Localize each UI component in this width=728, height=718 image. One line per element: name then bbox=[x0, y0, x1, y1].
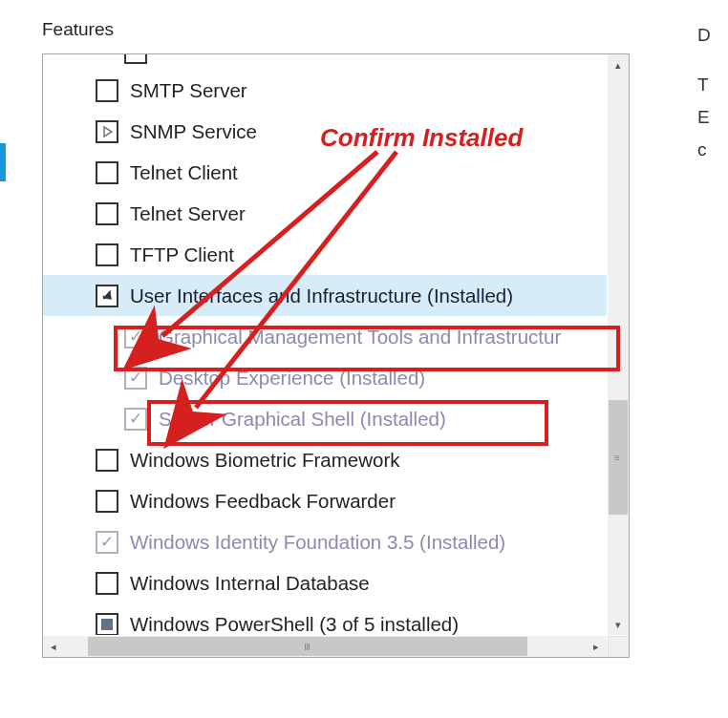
feature-label: Windows Biometric Framework bbox=[130, 449, 400, 472]
annotation-text: Confirm Installed bbox=[320, 123, 523, 153]
clipped-prev-item bbox=[43, 54, 607, 70]
scroll-down-button[interactable]: ▾ bbox=[608, 614, 629, 635]
checkbox-checked-disabled-icon: ✓ bbox=[124, 367, 147, 390]
scroll-right-button[interactable]: ▸ bbox=[586, 636, 607, 657]
feature-label: Server Graphical Shell (Installed) bbox=[159, 408, 446, 431]
scrollbar-corner bbox=[608, 636, 629, 657]
vertical-scroll-thumb[interactable]: ≡ bbox=[609, 400, 628, 515]
chevron-down-icon: ▾ bbox=[615, 619, 621, 631]
feature-row-desktop-experience[interactable]: ✓ Desktop Experience (Installed) bbox=[43, 357, 607, 398]
grip-icon: ≡ bbox=[614, 453, 622, 463]
chevron-left-icon: ◂ bbox=[51, 641, 56, 653]
feature-label: Graphical Management Tools and Infrastru… bbox=[159, 326, 561, 348]
features-listbox[interactable]: SMTP Server SNMP Service Telnet Client T… bbox=[42, 53, 630, 658]
horizontal-scroll-thumb[interactable]: Ⅲ bbox=[88, 637, 527, 656]
scroll-left-button[interactable]: ◂ bbox=[43, 636, 64, 657]
checkbox-icon[interactable] bbox=[96, 243, 118, 266]
feature-label: Windows PowerShell (3 of 5 installed) bbox=[130, 613, 459, 636]
checkbox-icon[interactable] bbox=[96, 202, 118, 225]
feature-row-windows-identity-foundation[interactable]: ✓ Windows Identity Foundation 3.5 (Insta… bbox=[43, 521, 607, 562]
expander-collapsed-icon[interactable] bbox=[100, 617, 116, 632]
horizontal-scroll-track[interactable]: Ⅲ bbox=[64, 636, 586, 657]
grip-icon: Ⅲ bbox=[304, 642, 312, 652]
vertical-scrollbar[interactable]: ▴ ≡ ▾ bbox=[608, 54, 629, 635]
feature-row-tftp-client[interactable]: TFTP Client bbox=[43, 234, 607, 275]
feature-label: Telnet Server bbox=[130, 202, 246, 225]
feature-label: Windows Feedback Forwarder bbox=[130, 490, 396, 513]
feature-label: SMTP Server bbox=[130, 79, 247, 102]
feature-row-telnet-client[interactable]: Telnet Client bbox=[43, 152, 607, 193]
wizard-step-accent bbox=[0, 143, 6, 181]
feature-label: Windows Identity Foundation 3.5 (Install… bbox=[130, 531, 505, 554]
cropped-side-text: D T E c bbox=[697, 19, 711, 166]
feature-row-windows-internal-database[interactable]: Windows Internal Database bbox=[43, 562, 607, 603]
feature-row-user-interfaces-infrastructure[interactable]: ✓ User Interfaces and Infrastructure (In… bbox=[43, 275, 607, 316]
checkbox-checked-disabled-icon: ✓ bbox=[124, 408, 147, 431]
feature-label: TFTP Client bbox=[130, 243, 234, 266]
checkbox-icon[interactable] bbox=[96, 79, 118, 102]
checkbox-icon[interactable] bbox=[96, 449, 118, 472]
feature-label: User Interfaces and Infrastructure (Inst… bbox=[130, 285, 513, 307]
feature-label: Desktop Experience (Installed) bbox=[159, 367, 425, 390]
feature-row-windows-biometric[interactable]: Windows Biometric Framework bbox=[43, 439, 607, 480]
feature-label: Windows Internal Database bbox=[130, 572, 370, 595]
feature-row-windows-feedback-forwarder[interactable]: Windows Feedback Forwarder bbox=[43, 480, 607, 521]
feature-label: Telnet Client bbox=[130, 161, 238, 184]
section-heading: Features bbox=[42, 19, 696, 40]
checkbox-icon[interactable] bbox=[96, 490, 118, 513]
chevron-right-icon: ▸ bbox=[593, 641, 599, 653]
feature-row-graphical-mgmt-tools[interactable]: ✓ Graphical Management Tools and Infrast… bbox=[43, 316, 607, 357]
scroll-up-button[interactable]: ▴ bbox=[608, 54, 629, 75]
feature-row-smtp-server[interactable]: SMTP Server bbox=[43, 70, 607, 111]
expander-collapsed-icon[interactable] bbox=[100, 124, 116, 139]
feature-row-telnet-server[interactable]: Telnet Server bbox=[43, 193, 607, 234]
checkbox-checked-disabled-icon: ✓ bbox=[124, 326, 147, 348]
feature-row-server-graphical-shell[interactable]: ✓ Server Graphical Shell (Installed) bbox=[43, 398, 607, 439]
vertical-scroll-track[interactable]: ≡ bbox=[608, 75, 629, 614]
checkbox-icon[interactable] bbox=[96, 572, 118, 595]
expander-expanded-icon[interactable] bbox=[100, 288, 116, 304]
checkbox-icon[interactable] bbox=[96, 161, 118, 184]
checkbox-checked-disabled-icon: ✓ bbox=[96, 531, 118, 554]
feature-label: SNMP Service bbox=[130, 120, 257, 143]
feature-row-windows-powershell[interactable]: Windows PowerShell (3 of 5 installed) bbox=[43, 603, 607, 635]
horizontal-scrollbar[interactable]: ◂ Ⅲ ▸ bbox=[43, 636, 607, 657]
chevron-up-icon: ▴ bbox=[615, 59, 621, 72]
